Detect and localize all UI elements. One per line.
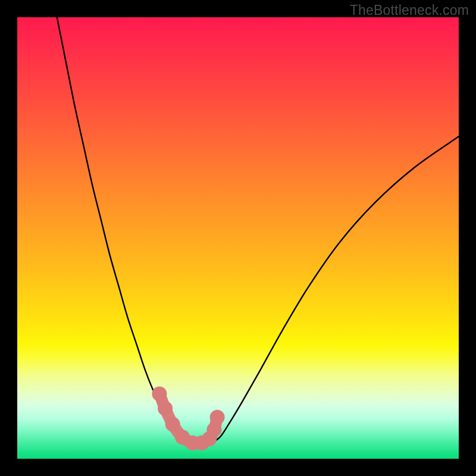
marker-layer — [152, 386, 224, 450]
marker-dot — [206, 422, 221, 437]
marker-dot — [152, 386, 167, 401]
plot-area — [17, 17, 459, 459]
watermark-text: TheBottleneck.com — [350, 2, 469, 18]
marker-dot — [158, 401, 173, 416]
marker-dot — [165, 417, 180, 432]
chart-svg — [17, 17, 459, 459]
bottleneck-curve — [57, 17, 459, 444]
curve-layer — [57, 17, 459, 444]
marker-dot — [210, 410, 225, 425]
chart-frame: TheBottleneck.com — [0, 0, 476, 476]
